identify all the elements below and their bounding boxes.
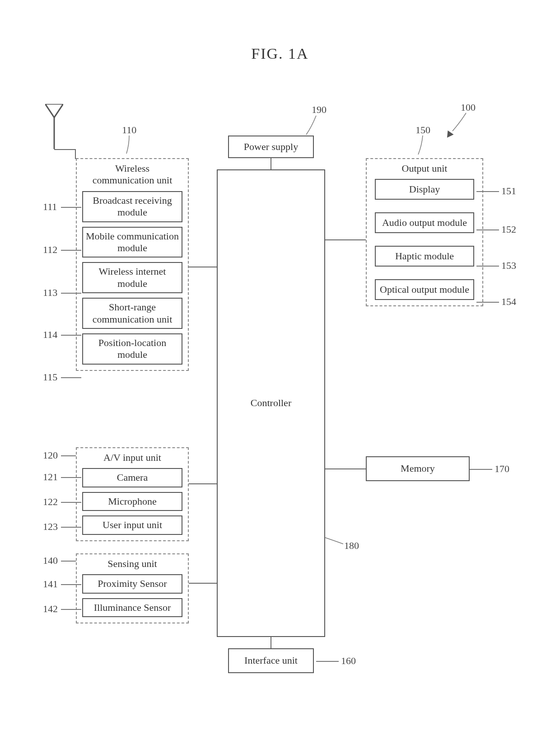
ref-150: 150 — [415, 124, 430, 136]
proximity-sensor: Proximity Sensor — [82, 574, 182, 593]
haptic-module: Haptic module — [375, 246, 474, 267]
leader — [61, 455, 76, 456]
leader — [61, 527, 81, 528]
power-supply-block: Power supply — [228, 136, 314, 158]
leader — [61, 335, 81, 336]
connector — [189, 483, 217, 484]
connector — [189, 583, 217, 584]
ref-170: 170 — [495, 463, 509, 475]
ref-154: 154 — [501, 296, 516, 308]
sensing-title: Sensing unit — [82, 558, 182, 570]
ref-142: 142 — [43, 603, 58, 615]
leader — [316, 661, 339, 662]
wireless-title: Wireless communication unit — [82, 163, 182, 187]
memory-label: Memory — [401, 463, 435, 474]
leader — [476, 302, 499, 303]
figure-title: FIG. 1A — [0, 45, 560, 62]
leader — [61, 584, 81, 585]
ref-190: 190 — [312, 104, 327, 116]
ref-140: 140 — [43, 555, 58, 567]
connector — [75, 149, 76, 159]
interface-unit-label: Interface unit — [244, 655, 298, 666]
connector — [325, 239, 366, 240]
ref-122: 122 — [43, 496, 58, 508]
connector — [325, 468, 366, 469]
ref-110: 110 — [122, 124, 136, 136]
interface-unit-block: Interface unit — [228, 648, 314, 673]
optical-output-module: Optical output module — [375, 279, 474, 300]
power-supply-label: Power supply — [244, 141, 298, 153]
audio-output-module: Audio output module — [375, 212, 474, 233]
leader — [61, 609, 81, 610]
connector — [54, 149, 76, 150]
controller-block: Controller — [217, 169, 325, 637]
connector — [271, 158, 271, 169]
leader — [61, 207, 81, 208]
ref-111: 111 — [43, 201, 57, 213]
ref-123: 123 — [43, 521, 58, 533]
ref-141: 141 — [43, 578, 58, 590]
connector — [271, 637, 271, 648]
leader — [61, 477, 81, 478]
connector — [189, 267, 217, 267]
display: Display — [375, 179, 474, 200]
short-range-communication-unit: Short-range communication unit — [82, 298, 182, 329]
ref-120: 120 — [43, 450, 58, 461]
leader — [470, 469, 492, 470]
ref-113: 113 — [43, 287, 57, 299]
microphone: Microphone — [82, 492, 182, 511]
ref-121: 121 — [43, 471, 58, 483]
position-location-module: Position-location module — [82, 333, 182, 365]
leader — [476, 191, 499, 192]
av-input-title: A/V input unit — [82, 452, 182, 464]
wireless-communication-unit-group: Wireless communication unit Broadcast re… — [76, 158, 189, 371]
broadcast-receiving-module: Broadcast receiving module — [82, 191, 182, 222]
leader — [476, 229, 499, 230]
output-title: Output unit — [375, 163, 474, 174]
ref-112: 112 — [43, 244, 57, 256]
user-input-unit: User input unit — [82, 515, 182, 534]
leader — [61, 561, 76, 562]
ref-114: 114 — [43, 329, 57, 341]
camera: Camera — [82, 468, 182, 487]
leader — [61, 250, 81, 251]
wireless-internet-module: Wireless internet module — [82, 262, 182, 293]
controller-label: Controller — [251, 397, 291, 409]
leader — [61, 377, 81, 378]
ref-151: 151 — [501, 185, 516, 197]
illuminance-sensor: Illuminance Sensor — [82, 598, 182, 617]
leader — [61, 502, 81, 503]
memory-block: Memory — [366, 456, 470, 481]
ref-152: 152 — [501, 224, 516, 235]
ref-115: 115 — [43, 371, 57, 383]
arrowhead-icon — [444, 131, 453, 140]
leader — [61, 293, 81, 294]
ref-160: 160 — [341, 655, 356, 667]
sensing-unit-group: Sensing unit Proximity Sensor Illuminanc… — [76, 553, 189, 623]
antenna-icon — [45, 104, 63, 149]
leader — [476, 266, 499, 267]
ref-153: 153 — [501, 260, 516, 272]
mobile-communication-module: Mobile communication module — [82, 227, 182, 258]
output-unit-group: Output unit Display Audio output module … — [366, 158, 483, 306]
ref-180: 180 — [344, 540, 359, 552]
ref-100: 100 — [461, 102, 476, 113]
av-input-unit-group: A/V input unit Camera Microphone User in… — [76, 447, 189, 541]
